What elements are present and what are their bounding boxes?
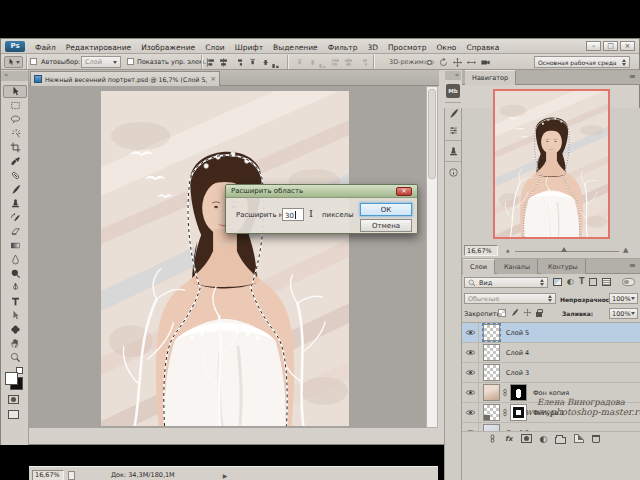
align-top-icon[interactable] (244, 57, 255, 68)
autoselect-checkbox[interactable] (30, 58, 37, 65)
maximize-button[interactable]: □ (603, 41, 618, 51)
dialog-close-button[interactable]: × (396, 187, 412, 196)
navigator-panel-menu-icon[interactable]: ≡ (629, 73, 636, 81)
tool-custom-shape[interactable] (3, 323, 27, 336)
cancel-button[interactable]: Отмена (360, 219, 412, 232)
tab-close-icon[interactable]: × (210, 75, 216, 83)
lock-pixels-icon[interactable] (510, 308, 519, 317)
menu-help[interactable]: Справка (466, 43, 499, 52)
visibility-toggle[interactable] (462, 403, 479, 423)
opacity-field[interactable]: 100% (609, 293, 638, 304)
zoom-level-field[interactable]: 16,67% (32, 470, 64, 480)
document-image[interactable] (101, 91, 349, 426)
minimize-button[interactable]: – (586, 41, 601, 51)
lock-position-icon[interactable] (523, 308, 532, 317)
dock-collapse-bar[interactable]: « (445, 71, 461, 80)
tool-rectangular-marquee[interactable] (3, 99, 27, 112)
align-center-h-icon[interactable] (218, 57, 229, 68)
quick-mask-button[interactable] (8, 395, 19, 404)
tool-pen[interactable] (3, 281, 27, 294)
tool-gradient[interactable] (3, 239, 27, 252)
ok-button[interactable]: ОК (360, 203, 412, 216)
blend-mode-dropdown[interactable]: Обычные (464, 293, 556, 304)
lock-transparency-icon[interactable] (498, 309, 506, 317)
menu-window[interactable]: Окно (436, 43, 456, 52)
visibility-toggle[interactable] (462, 343, 479, 363)
autoselect-dropdown[interactable]: Слой (81, 56, 121, 68)
mask-link-icon[interactable] (501, 407, 509, 418)
tools-collapse-bar[interactable]: « (1, 71, 28, 81)
screen-mode-button[interactable] (8, 410, 19, 419)
3d-slide-icon[interactable] (466, 57, 477, 68)
navigator-zoom-field[interactable]: 16,67% (464, 245, 498, 256)
tool-type[interactable] (3, 295, 27, 308)
layer-name[interactable]: Слой 3 (506, 369, 529, 377)
filter-toggle-switch[interactable] (622, 278, 635, 286)
add-layer-mask-icon[interactable] (521, 433, 532, 445)
distribute-center-icon[interactable] (343, 57, 354, 68)
filter-smart-objects-icon[interactable] (602, 278, 611, 286)
layer-mask-thumbnail[interactable] (510, 384, 527, 401)
menu-select[interactable]: Выделение (273, 43, 318, 52)
filter-adjustment-layers-icon[interactable]: ◐ (567, 278, 574, 286)
layer-name[interactable]: Фон копия (533, 389, 569, 397)
navigator-zoom-slider-thumb[interactable] (561, 247, 567, 252)
dialog-title-bar[interactable]: Расширить область × (226, 185, 417, 198)
fill-field[interactable]: 100% (609, 308, 638, 319)
3d-pan-icon[interactable] (452, 57, 463, 68)
tool-path-selection[interactable] (3, 309, 27, 322)
show-transform-controls-checkbox[interactable] (127, 58, 134, 65)
navigator-thumbnail[interactable] (493, 89, 610, 239)
tool-hand[interactable] (3, 337, 27, 350)
canvas-area[interactable] (29, 86, 426, 428)
zoom-in-mountain-icon[interactable]: ▲ (623, 246, 628, 254)
align-right-icon[interactable] (231, 57, 242, 68)
close-button[interactable]: × (620, 41, 635, 51)
vertical-scrollbar[interactable] (426, 86, 438, 428)
visibility-toggle[interactable] (462, 383, 479, 403)
layer-name[interactable]: Слой 4 (506, 349, 529, 357)
3d-camera-icon[interactable] (480, 57, 491, 68)
document-tab[interactable]: Нежный весенний портрет.psd @ 16,7% (Сло… (30, 71, 220, 86)
distribute-left-icon[interactable] (330, 57, 341, 68)
panel-icon-clone-source[interactable] (446, 144, 460, 158)
filter-pixel-layers-icon[interactable] (553, 278, 562, 286)
visibility-toggle[interactable] (462, 363, 479, 383)
panel-icon-info[interactable] (446, 165, 460, 179)
layer-row-4[interactable]: Слой 4 (462, 343, 640, 363)
layer-thumbnail[interactable] (483, 324, 500, 341)
menu-type[interactable]: Шрифт (235, 43, 263, 52)
tool-quick-selection[interactable] (3, 127, 27, 140)
tool-blur[interactable] (3, 253, 27, 266)
tool-crop[interactable] (3, 141, 27, 154)
scrollbar-thumb[interactable] (428, 89, 436, 179)
workspace-switcher[interactable]: Основная рабочая среда (534, 56, 630, 68)
tool-zoom[interactable] (3, 351, 27, 364)
tab-channels[interactable]: Каналы (497, 259, 538, 274)
tab-layers[interactable]: Слои (463, 259, 495, 274)
expand-by-input[interactable]: 30 (282, 208, 304, 221)
visibility-toggle[interactable] (462, 323, 479, 343)
layer-thumbnail[interactable] (483, 404, 500, 421)
distribute-middle-icon[interactable] (304, 57, 315, 68)
new-group-icon[interactable] (555, 433, 566, 445)
panel-icon-mini-bridge[interactable]: Mb (446, 84, 460, 98)
tab-navigator[interactable]: Навигатор (465, 70, 516, 85)
tool-move[interactable] (3, 85, 27, 98)
panel-icon-brush[interactable] (446, 106, 460, 120)
tool-history-brush[interactable] (3, 211, 27, 224)
layer-filter-dropdown[interactable]: Вид (464, 277, 548, 288)
layer-thumbnail[interactable] (483, 344, 500, 361)
delete-layer-icon[interactable] (592, 433, 600, 445)
3d-roll-icon[interactable] (438, 57, 449, 68)
filter-shape-layers-icon[interactable] (589, 278, 597, 286)
layer-name[interactable]: Слой 5 (506, 329, 529, 337)
menu-edit[interactable]: Редактирование (66, 43, 131, 52)
distribute-top-icon[interactable] (291, 57, 302, 68)
align-left-icon[interactable] (205, 57, 216, 68)
status-arrow-icon[interactable]: ▶ (223, 472, 228, 479)
tool-clone-stamp[interactable] (3, 197, 27, 210)
panel-icon-brush-presets[interactable] (446, 123, 460, 137)
tab-paths[interactable]: Контуры (541, 259, 586, 274)
distribute-right-icon[interactable] (356, 57, 367, 68)
